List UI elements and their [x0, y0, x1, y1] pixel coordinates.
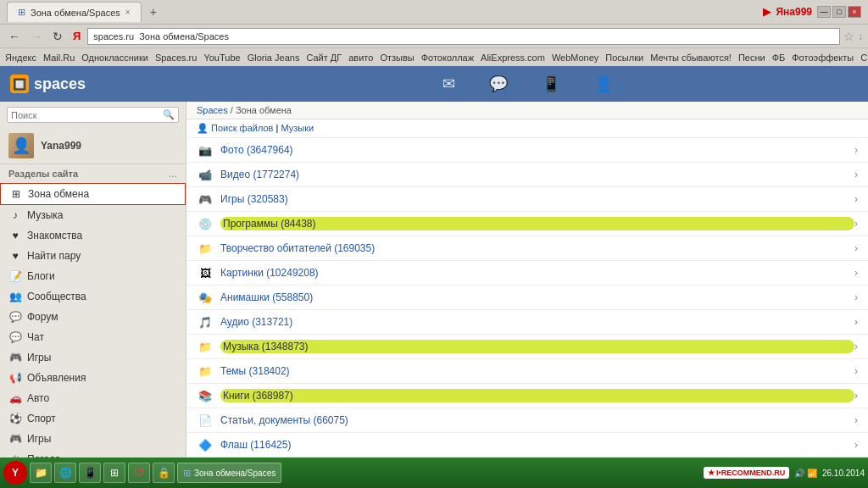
- bookmark-yandex[interactable]: Яндекс: [5, 53, 36, 63]
- category-item-knigi[interactable]: 📚 Книги (368987) ›: [186, 384, 868, 408]
- category-item-stati[interactable]: 📄 Статьи, документы (66075) ›: [186, 408, 868, 433]
- category-item-animashki[interactable]: 🎭 Анимашки (558850) ›: [186, 286, 868, 310]
- muzyka-cat-icon: 📁: [197, 340, 214, 353]
- chat-icon[interactable]: 💬: [489, 75, 508, 93]
- tvorchestvo-arrow: ›: [854, 242, 858, 254]
- bookmark-sait-dg[interactable]: Сайт ДГ: [306, 53, 342, 63]
- download-icon[interactable]: ↓: [858, 30, 863, 42]
- taskbar-app-label: Зона обмена/Spaces: [194, 469, 275, 478]
- muzyka-arrow: ›: [854, 341, 858, 352]
- taskbar-clock: 26.10.2014: [822, 469, 865, 478]
- bookmark-fotoeffekty[interactable]: Фотоэффекты: [792, 53, 854, 63]
- taskbar-btn-1[interactable]: 📁: [30, 463, 52, 483]
- bookmark-webmoney[interactable]: WebMoney: [552, 53, 598, 63]
- header-navigation: ✉ 💬 📱 👤: [197, 75, 858, 93]
- category-item-temy[interactable]: 📁 Темы (318402) ›: [186, 359, 868, 384]
- restore-btn[interactable]: □: [832, 6, 846, 18]
- bookmark-mechty[interactable]: Мечты сбываются!: [650, 53, 732, 63]
- kartinki-arrow: ›: [854, 267, 858, 279]
- category-item-tvorchestvo[interactable]: 📁 Творчество обитателей (169035) ›: [186, 236, 868, 261]
- sidebar-item-chat[interactable]: 💬 Чат: [0, 327, 186, 347]
- bookmark-fotokollazh[interactable]: Фотоколлаж: [421, 53, 474, 63]
- taskbar-btn-3[interactable]: 📱: [79, 463, 101, 483]
- category-item-video[interactable]: 📹 Видео (1772274) ›: [186, 163, 868, 187]
- foto-icon: 📷: [197, 143, 214, 157]
- mobile-icon[interactable]: 📱: [542, 75, 560, 93]
- search-input[interactable]: [11, 110, 163, 120]
- category-item-muzyka[interactable]: 📁 Музыка (1348873) ›: [186, 335, 868, 359]
- taskbar-btn-5[interactable]: 🛡: [128, 463, 150, 483]
- taskbar-icon-2: 🌐: [59, 467, 72, 479]
- mail-icon[interactable]: ✉: [442, 75, 455, 93]
- sidebar-item-blogi[interactable]: 📝 Блоги: [0, 266, 186, 286]
- igry2-label: Игры: [27, 433, 51, 445]
- taskbar-icon-3: 📱: [84, 467, 97, 479]
- breadcrumb-current: Зона обмена: [236, 105, 292, 115]
- forward-button[interactable]: →: [27, 28, 46, 45]
- bookmark-otzyvy[interactable]: Отзывы: [380, 53, 414, 63]
- bookmark-pesni[interactable]: Песни: [738, 53, 765, 63]
- sidebar-item-znakomstva[interactable]: ♥ Знакомства: [0, 225, 186, 246]
- taskbar-date: 26.10.2014: [822, 469, 865, 478]
- taskbar-icon-4: ⊞: [110, 467, 119, 479]
- tvorchestvo-label: Творчество обитателей (169035): [220, 242, 854, 254]
- audio-arrow: ›: [854, 316, 858, 328]
- taskbar-btn-4[interactable]: ⊞: [103, 463, 125, 483]
- sidebar-item-sport[interactable]: ⚽ Спорт: [0, 408, 186, 429]
- sidebar-item-muzyka[interactable]: ♪ Музыка: [0, 205, 186, 225]
- active-tab[interactable]: ⊞ Зона обмена/Spaces ×: [7, 2, 142, 22]
- sport-icon: ⚽: [8, 412, 22, 425]
- sidebar-item-soobshestva[interactable]: 👥 Сообщества: [0, 286, 186, 307]
- sidebar-item-pogoda[interactable]: ☀ Погода: [0, 449, 186, 458]
- taskbar-icon-5: 🛡: [134, 467, 144, 479]
- category-item-programmy[interactable]: 💿 Программы (84438) ›: [186, 212, 868, 236]
- sidebar-item-forum[interactable]: 💬 Форум: [0, 307, 186, 327]
- sidebar-item-obyavleniya[interactable]: 📢 Объявления: [0, 368, 186, 388]
- bookmark-spacesru[interactable]: Spaces.ru: [155, 53, 198, 63]
- bookmark-odnoklassniki[interactable]: Одноклассники: [81, 53, 148, 63]
- category-item-flesh[interactable]: 🔷 Флаш (116425) ›: [186, 433, 868, 458]
- bookmark-aliexpress[interactable]: AliExpress.com: [481, 53, 545, 63]
- breadcrumb: Spaces / Зона обмена: [186, 102, 868, 119]
- sidebar-item-zona-obmena[interactable]: ⊞ Зона обмена: [0, 183, 186, 205]
- breadcrumb-spaces[interactable]: Spaces: [197, 105, 228, 115]
- search-music-link[interactable]: Музыки: [281, 123, 314, 133]
- refresh-button[interactable]: ↻: [49, 28, 66, 45]
- minimize-btn[interactable]: —: [817, 6, 831, 18]
- sidebar-item-avto[interactable]: 🚗 Авто: [0, 388, 186, 408]
- bookmark-gloria[interactable]: Gloria Jeans: [248, 53, 300, 63]
- sidebar-item-naiti-paru[interactable]: ♥ Найти пару: [0, 246, 186, 266]
- file-links: 👤 Поиск файлов | Музыки: [186, 119, 868, 138]
- taskbar-app-spaces[interactable]: ⊞ Зона обмена/Spaces: [177, 463, 281, 483]
- address-bar[interactable]: [87, 28, 840, 45]
- sidebar-item-igry[interactable]: 🎮 Игры: [0, 347, 186, 368]
- category-item-foto[interactable]: 📷 Фото (3647964) ›: [186, 138, 868, 163]
- category-item-kartinki[interactable]: 🖼 Картинки (10249208) ›: [186, 261, 868, 286]
- tab-close-btn[interactable]: ×: [125, 8, 131, 17]
- user-icon[interactable]: 👤: [594, 75, 613, 93]
- start-button[interactable]: Y: [3, 461, 27, 485]
- search-files-link[interactable]: Поиск файлов: [211, 123, 273, 133]
- bookmark-spivak[interactable]: СпивакЪ: [860, 53, 868, 63]
- bookmark-fb[interactable]: ФБ: [772, 53, 786, 63]
- sidebar-item-igry2[interactable]: 🎮 Игры: [0, 429, 186, 449]
- close-btn[interactable]: ×: [848, 6, 861, 18]
- category-item-igry[interactable]: 🎮 Игры (320583) ›: [186, 187, 868, 212]
- back-button[interactable]: ←: [5, 28, 24, 45]
- new-tab-button[interactable]: +: [145, 3, 162, 20]
- taskbar-spaces-icon: ⊞: [183, 468, 191, 479]
- bookmark-posylki[interactable]: Посылки: [605, 53, 643, 63]
- tvorchestvo-icon: 📁: [197, 241, 214, 255]
- search-button[interactable]: 🔍: [163, 109, 175, 120]
- bookmark-avito[interactable]: авито: [348, 53, 373, 63]
- avatar: 👤: [8, 133, 34, 158]
- taskbar-btn-2[interactable]: 🌐: [54, 463, 76, 483]
- taskbar-right: ★ I•RECOMMEND.RU 🔊 📶 26.10.2014: [704, 467, 865, 479]
- section-more-btn[interactable]: ...: [169, 168, 177, 180]
- bookmark-youtube[interactable]: YouTube: [203, 53, 240, 63]
- bookmark-star-icon[interactable]: ☆: [843, 30, 854, 43]
- category-item-audio[interactable]: 🎵 Аудио (313721) ›: [186, 310, 868, 335]
- bookmark-mailru[interactable]: Mail.Ru: [43, 53, 75, 63]
- taskbar-btn-6[interactable]: 🔒: [153, 463, 175, 483]
- obyavleniya-icon: 📢: [8, 371, 22, 385]
